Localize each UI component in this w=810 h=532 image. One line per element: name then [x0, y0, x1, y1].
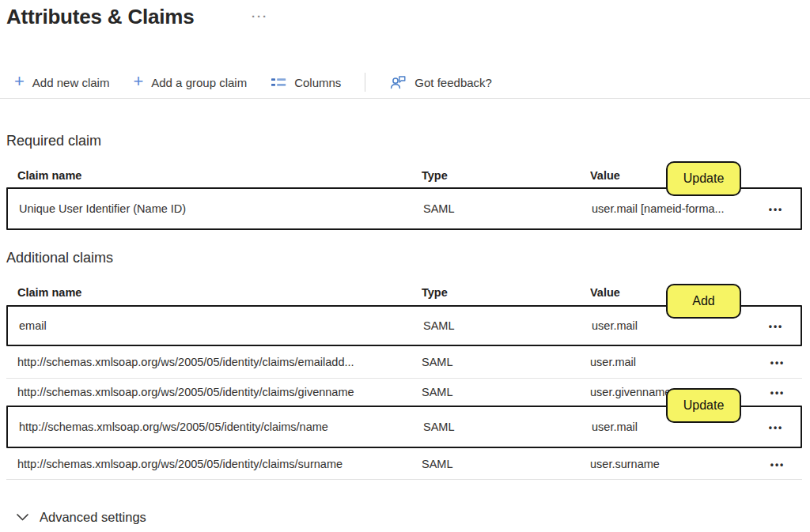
column-header-type: Type	[422, 169, 590, 182]
claim-type-cell: SAML	[423, 421, 592, 433]
claim-name-cell[interactable]: http://schemas.xmlsoap.org/ws/2005/05/id…	[6, 386, 422, 398]
row-context-menu-icon[interactable]: •••	[769, 204, 784, 215]
advanced-settings-toggle[interactable]: Advanced settings	[16, 507, 146, 527]
add-new-claim-label: Add new claim	[32, 76, 110, 89]
table-row-emailaddress[interactable]: http://schemas.xmlsoap.org/ws/2005/05/id…	[6, 346, 802, 379]
feedback-icon	[389, 74, 407, 90]
claim-name-cell[interactable]: http://schemas.xmlsoap.org/ws/2005/05/id…	[8, 421, 423, 433]
plus-icon: +	[14, 74, 25, 89]
row-context-menu-icon[interactable]: •••	[770, 357, 785, 368]
additional-claims-heading: Additional claims	[6, 250, 113, 266]
plus-icon: +	[133, 74, 143, 89]
row-context-menu-icon[interactable]: •••	[769, 321, 784, 332]
claim-type-cell: SAML	[422, 458, 590, 470]
claim-value-cell: user.mail [nameid-forma...	[592, 202, 751, 215]
row-context-menu-icon[interactable]: •••	[770, 459, 785, 470]
claim-type-cell: SAML	[422, 386, 590, 398]
column-header-claim-name: Claim name	[6, 286, 422, 299]
column-header-claim-name: Claim name	[6, 169, 422, 182]
columns-label: Columns	[294, 76, 341, 89]
claim-type-cell: SAML	[423, 319, 592, 332]
add-group-claim-button[interactable]: + Add a group claim	[133, 74, 247, 90]
claim-type-cell: SAML	[422, 356, 590, 368]
got-feedback-label: Got feedback?	[414, 76, 492, 89]
column-header-type: Type	[422, 286, 590, 299]
claim-name-cell[interactable]: Unique User Identifier (Name ID)	[8, 202, 423, 215]
row-context-menu-icon[interactable]: •••	[769, 422, 784, 433]
add-new-claim-button[interactable]: + Add new claim	[14, 74, 109, 90]
add-group-claim-label: Add a group claim	[151, 76, 247, 89]
chevron-down-icon	[16, 512, 29, 522]
claim-value-cell: user.mail	[590, 356, 753, 368]
annotation-note-update-name: Update	[666, 388, 741, 423]
row-context-menu-icon[interactable]: •••	[770, 387, 785, 398]
toolbar-separator	[0, 98, 810, 99]
annotation-note-update-required: Update	[666, 161, 741, 196]
toolbar-divider	[365, 73, 365, 92]
advanced-settings-label: Advanced settings	[40, 510, 146, 525]
attributes-claims-page: Attributes & Claims ··· + Add new claim …	[0, 0, 810, 532]
columns-icon	[271, 77, 286, 89]
claim-type-cell: SAML	[423, 202, 592, 215]
command-bar: + Add new claim + Add a group claim Colu…	[14, 70, 492, 95]
columns-button[interactable]: Columns	[271, 76, 341, 89]
required-claim-heading: Required claim	[6, 133, 101, 149]
page-overflow-menu-icon[interactable]: ···	[252, 9, 268, 23]
claim-name-cell[interactable]: http://schemas.xmlsoap.org/ws/2005/05/id…	[6, 356, 422, 368]
claim-value-cell: user.mail	[592, 319, 751, 332]
table-row-surname[interactable]: http://schemas.xmlsoap.org/ws/2005/05/id…	[6, 448, 802, 480]
claim-name-cell[interactable]: email	[8, 319, 423, 332]
claim-name-cell[interactable]: http://schemas.xmlsoap.org/ws/2005/05/id…	[6, 458, 422, 470]
annotation-note-add-email: Add	[666, 284, 741, 319]
claim-value-cell: user.surname	[590, 458, 753, 470]
got-feedback-button[interactable]: Got feedback?	[389, 74, 492, 90]
page-title: Attributes & Claims	[6, 5, 194, 29]
